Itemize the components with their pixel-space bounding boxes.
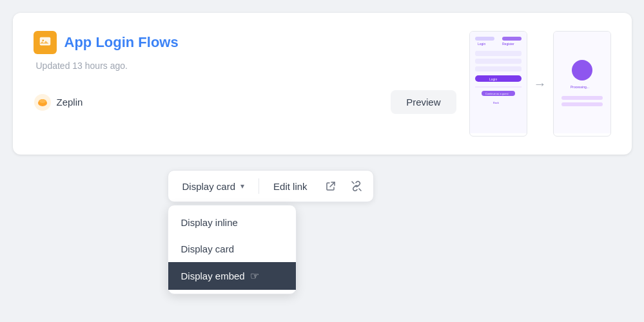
svg-text:Back: Back [493,101,499,104]
svg-rect-14 [475,75,522,82]
card-icon [34,31,57,54]
login-preview-frame: Login Register Login Continue as a guest [469,31,527,137]
svg-rect-12 [475,59,522,64]
toolbar-row: Display card ▾ Edit link [168,170,374,202]
svg-text:Register: Register [502,42,514,46]
zeplin-icon [34,93,52,111]
external-link-icon [326,181,336,191]
arrow-connector: → [534,77,547,91]
edit-link-button[interactable]: Edit link [264,176,317,197]
svg-text:Processing...: Processing... [571,85,589,89]
svg-rect-13 [475,66,522,71]
display-dropdown-label: Display card [182,181,236,192]
page-wrapper: App Login Flows Updated 13 hours ago. Ze… [13,13,632,309]
svg-point-1 [42,39,44,41]
display-dropdown-trigger[interactable]: Display card ▾ [173,176,254,197]
svg-rect-6 [470,32,527,133]
login-screen-svg: Login Register Login Continue as a guest [470,32,527,133]
processing-screen-svg: Processing... [554,32,610,133]
cursor-icon: ☞ [250,270,259,281]
svg-line-26 [352,182,354,184]
svg-point-5 [39,99,46,103]
dropdown-item-display-inline[interactable]: Display inline [168,209,296,236]
svg-point-21 [572,60,592,80]
svg-rect-8 [502,37,522,41]
card-bottom-row: Zeplin Preview [34,90,456,114]
zeplin-badge: Zeplin [34,93,83,111]
dropdown-item-label: Display card [181,243,235,254]
svg-rect-23 [561,96,603,100]
app-login-flows-card: App Login Flows Updated 13 hours ago. Ze… [13,13,632,155]
dropdown-item-label: Display embed [181,270,245,281]
toolbar-divider-1 [259,178,259,194]
image-icon [38,35,52,50]
card-left: App Login Flows Updated 13 hours ago. Ze… [34,31,456,137]
svg-rect-24 [561,102,603,106]
svg-text:Login: Login [489,77,497,81]
dropdown-item-display-card[interactable]: Display card [168,236,296,262]
svg-text:Login: Login [478,42,485,46]
svg-text:Continue as a guest: Continue as a guest [485,92,509,95]
preview-button[interactable]: Preview [391,90,456,114]
chevron-down-icon: ▾ [240,182,244,191]
dropdown-item-display-embed[interactable]: Display embed ☞ [168,262,296,290]
dropdown-item-label: Display inline [181,217,238,228]
zeplin-label: Zeplin [57,97,83,108]
svg-line-25 [330,182,335,187]
card-title: App Login Flows [64,34,179,51]
card-title-row: App Login Flows [34,31,456,54]
svg-rect-0 [39,37,50,46]
svg-rect-20 [554,32,610,133]
unlink-icon [351,180,362,192]
unlink-button[interactable] [345,175,368,198]
external-link-button[interactable] [319,175,342,198]
svg-rect-11 [475,51,522,56]
processing-preview-frame: Processing... [553,31,611,137]
dropdown-menu: Display inline Display card Display embe… [168,205,297,294]
edit-link-label: Edit link [273,181,307,192]
card-preview-images: Login Register Login Continue as a guest [469,31,611,137]
svg-rect-7 [475,37,494,41]
card-updated-text: Updated 13 hours ago. [36,61,456,71]
svg-line-27 [359,189,361,191]
display-toolbar: Display card ▾ Edit link [168,170,374,202]
